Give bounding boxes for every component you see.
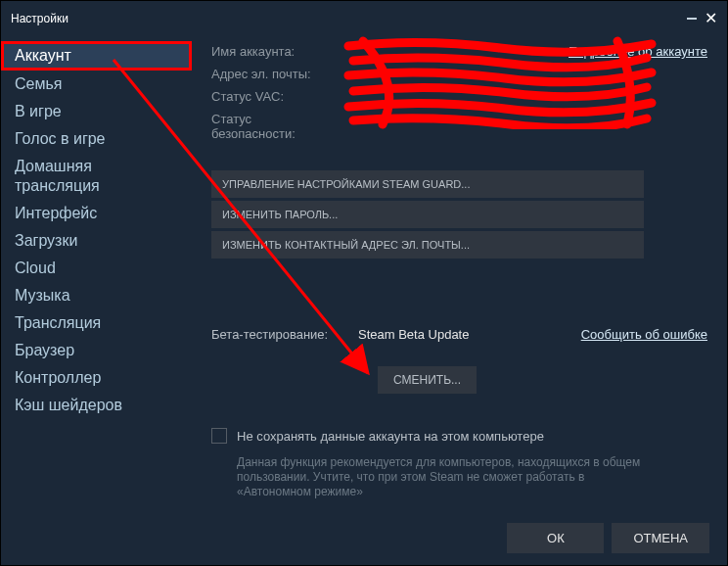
footer: ОК ОТМЕНА — [1, 511, 727, 565]
close-button[interactable]: ✕ — [705, 13, 717, 24]
beta-value: Steam Beta Update — [358, 327, 581, 342]
ok-button[interactable]: ОК — [507, 523, 604, 553]
main-panel: Имя аккаунта: Подробнее об аккаунте Адре… — [192, 36, 727, 511]
security-row: Статус безопасности: — [211, 112, 707, 141]
window-title: Настройки — [11, 12, 68, 25]
settings-window: Настройки ✕ АккаунтСемьяВ игреГолос в иг… — [0, 0, 728, 566]
window-controls: ✕ — [687, 13, 717, 24]
steam-guard-button[interactable]: УПРАВЛЕНИЕ НАСТРОЙКАМИ STEAM GUARD... — [211, 170, 644, 198]
email-row: Адрес эл. почты: — [211, 67, 707, 81]
account-buttons: УПРАВЛЕНИЕ НАСТРОЙКАМИ STEAM GUARD... ИЗ… — [211, 170, 707, 259]
sidebar-item-11[interactable]: Контроллер — [1, 364, 192, 392]
security-label: Статус безопасности: — [211, 112, 339, 141]
sidebar-item-0[interactable]: Аккаунт — [1, 41, 192, 71]
change-password-button[interactable]: ИЗМЕНИТЬ ПАРОЛЬ... — [211, 201, 644, 228]
dont-save-row: Не сохранять данные аккаунта на этом ком… — [211, 428, 707, 444]
account-details-link[interactable]: Подробнее об аккаунте — [569, 44, 707, 59]
dont-save-label: Не сохранять данные аккаунта на этом ком… — [237, 429, 544, 444]
vac-label: Статус VAC: — [211, 89, 339, 104]
account-name-row: Имя аккаунта: Подробнее об аккаунте — [211, 44, 707, 59]
sidebar-item-8[interactable]: Музыка — [1, 282, 192, 309]
sidebar-item-7[interactable]: Cloud — [1, 255, 192, 282]
titlebar: Настройки ✕ — [1, 1, 727, 36]
beta-row: Бета-тестирование: Steam Beta Update Соо… — [211, 327, 707, 342]
dont-save-checkbox[interactable] — [211, 428, 227, 444]
email-label: Адрес эл. почты: — [211, 67, 339, 81]
account-name-label: Имя аккаунта: — [211, 44, 339, 59]
sidebar-item-4[interactable]: Домашняя трансляция — [1, 153, 192, 200]
beta-label: Бета-тестирование: — [211, 327, 358, 342]
cancel-button[interactable]: ОТМЕНА — [612, 523, 709, 553]
vac-row: Статус VAC: — [211, 89, 707, 104]
sidebar-item-1[interactable]: Семья — [1, 71, 192, 98]
sidebar-item-3[interactable]: Голос в игре — [1, 125, 192, 153]
body: АккаунтСемьяВ игреГолос в игреДомашняя т… — [1, 36, 727, 511]
sidebar-item-9[interactable]: Трансляция — [1, 309, 192, 337]
sidebar: АккаунтСемьяВ игреГолос в игреДомашняя т… — [1, 36, 192, 511]
sidebar-item-12[interactable]: Кэш шейдеров — [1, 392, 192, 419]
sidebar-item-5[interactable]: Интерфейс — [1, 200, 192, 227]
sidebar-item-2[interactable]: В игре — [1, 98, 192, 125]
dont-save-hint: Данная функция рекомендуется для компьют… — [237, 455, 658, 499]
sidebar-item-6[interactable]: Загрузки — [1, 227, 192, 255]
change-email-button[interactable]: ИЗМЕНИТЬ КОНТАКТНЫЙ АДРЕС ЭЛ. ПОЧТЫ... — [211, 231, 644, 259]
sidebar-item-10[interactable]: Браузер — [1, 337, 192, 364]
minimize-button[interactable] — [687, 18, 697, 20]
report-bug-link[interactable]: Сообщить об ошибке — [581, 327, 707, 342]
beta-change-button[interactable]: СМЕНИТЬ... — [378, 366, 477, 394]
